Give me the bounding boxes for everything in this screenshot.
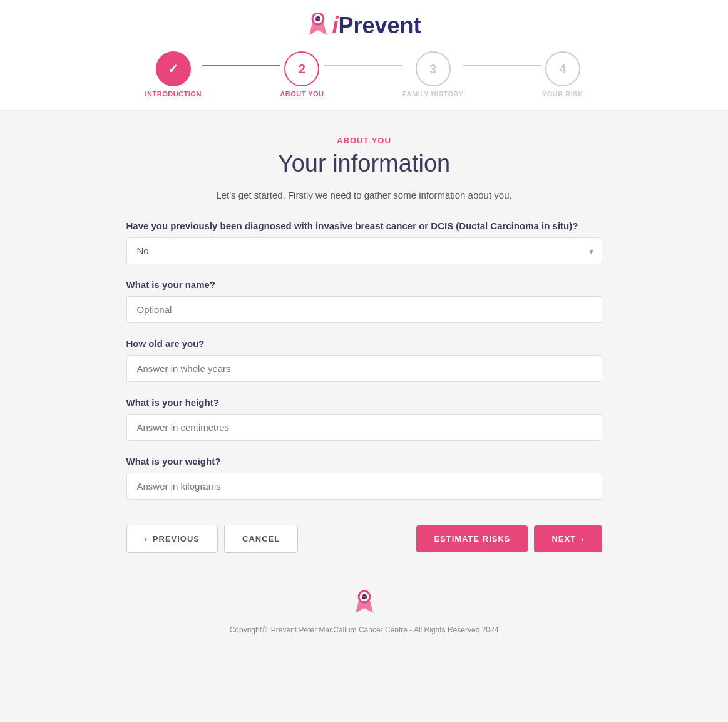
main-content: ABOUT YOU Your information Let's get sta… — [114, 111, 615, 578]
logo-i: i — [332, 13, 338, 39]
logo-ribbon-icon — [307, 13, 329, 39]
step-1-label: INTRODUCTION — [145, 90, 202, 98]
footer: Copyright© iPrevent Peter MacCallum Canc… — [0, 578, 728, 647]
weight-input[interactable] — [126, 473, 602, 500]
step-2: 2 ABOUT YOU — [280, 51, 324, 98]
section-label: ABOUT YOU — [126, 136, 602, 145]
name-label: What is your name? — [126, 279, 602, 290]
height-group: What is your height? — [126, 397, 602, 441]
step-3: 3 FAMILY HISTORY — [402, 51, 463, 98]
previous-arrow-icon: ‹ — [145, 534, 148, 544]
button-row: ‹ PREVIOUS CANCEL ESTIMATE RISKS NEXT › — [126, 525, 602, 553]
height-input[interactable] — [126, 414, 602, 441]
weight-label: What is your weight? — [126, 456, 602, 467]
page-title: Your information — [126, 150, 602, 177]
footer-ribbon-icon — [353, 590, 376, 617]
estimate-risks-button[interactable]: ESTIMATE RISKS — [416, 525, 528, 552]
cancel-label: CANCEL — [242, 534, 280, 544]
breast-cancer-select-wrapper: No Yes ▾ — [126, 237, 602, 264]
age-label: How old are you? — [126, 338, 602, 349]
name-group: What is your name? — [126, 279, 602, 323]
age-input[interactable] — [126, 355, 602, 382]
intro-text: Let's get started. Firstly we need to ga… — [126, 190, 602, 200]
stepper: ✓ INTRODUCTION 2 ABOUT YOU 3 FAMILY HIST… — [0, 45, 728, 111]
step-3-label: FAMILY HISTORY — [402, 90, 463, 98]
logo-prevent: Prevent — [338, 13, 421, 39]
cancel-button[interactable]: CANCEL — [224, 525, 298, 553]
step-2-label: ABOUT YOU — [280, 90, 324, 98]
breast-cancer-label: Have you previously been diagnosed with … — [126, 220, 602, 231]
estimate-label: ESTIMATE RISKS — [434, 534, 510, 544]
previous-label: PREVIOUS — [153, 534, 200, 544]
age-group: How old are you? — [126, 338, 602, 382]
name-input[interactable] — [126, 296, 602, 323]
breast-cancer-select[interactable]: No Yes — [126, 237, 602, 264]
step-4-label: YOUR RISK — [542, 90, 583, 98]
footer-logo — [353, 590, 376, 619]
step-4-circle: 4 — [545, 51, 580, 86]
left-buttons: ‹ PREVIOUS CANCEL — [126, 525, 299, 553]
step-line-3 — [463, 65, 541, 66]
next-label: NEXT — [551, 534, 576, 544]
step-line-1 — [202, 65, 280, 66]
next-arrow-icon: › — [581, 534, 584, 544]
next-button[interactable]: NEXT › — [534, 525, 602, 552]
breast-cancer-group: Have you previously been diagnosed with … — [126, 220, 602, 264]
step-line-2 — [324, 65, 402, 66]
step-1-circle: ✓ — [156, 51, 191, 86]
weight-group: What is your weight? — [126, 456, 602, 500]
step-2-circle: 2 — [284, 51, 319, 86]
step-3-circle: 3 — [416, 51, 451, 86]
logo: iPrevent — [307, 13, 421, 45]
footer-copyright: Copyright© iPrevent Peter MacCallum Canc… — [230, 626, 499, 634]
step-1: ✓ INTRODUCTION — [145, 51, 202, 98]
step-4: 4 YOUR RISK — [542, 51, 583, 98]
right-buttons: ESTIMATE RISKS NEXT › — [416, 525, 602, 552]
previous-button[interactable]: ‹ PREVIOUS — [126, 525, 218, 553]
height-label: What is your height? — [126, 397, 602, 408]
